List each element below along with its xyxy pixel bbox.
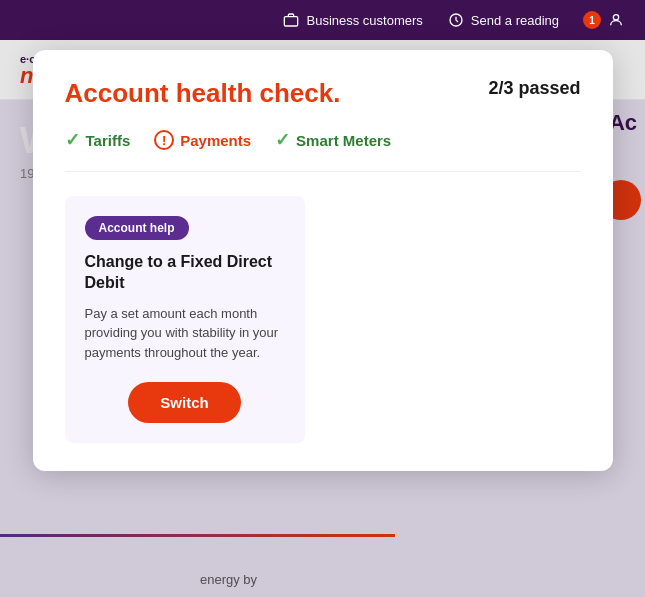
meter-icon [447,11,465,29]
check-payments: ! Payments [154,130,251,150]
check-pass-icon-smart-meters: ✓ [275,129,290,151]
top-bar: Business customers Send a reading 1 [0,0,645,40]
check-tariffs-label: Tariffs [86,132,131,149]
check-smart-meters-label: Smart Meters [296,132,391,149]
business-customers-label: Business customers [306,13,422,28]
card-title: Change to a Fixed Direct Debit [85,252,285,294]
profile-icon [607,11,625,29]
send-reading-link[interactable]: Send a reading [447,11,559,29]
modal-overlay: Account health check. 2/3 passed ✓ Tarif… [0,40,645,597]
business-customers-link[interactable]: Business customers [282,11,422,29]
modal-header: Account health check. 2/3 passed [65,78,581,109]
card-description: Pay a set amount each month providing yo… [85,304,285,363]
check-warn-icon-payments: ! [154,130,174,150]
check-payments-label: Payments [180,132,251,149]
svg-rect-0 [285,17,298,26]
notification-badge: 1 [583,11,601,29]
check-smart-meters: ✓ Smart Meters [275,129,391,151]
send-reading-label: Send a reading [471,13,559,28]
modal-checks: ✓ Tariffs ! Payments ✓ Smart Meters [65,129,581,172]
card-tag: Account help [85,216,189,240]
notification-link[interactable]: 1 [583,11,625,29]
modal-title: Account health check. [65,78,341,109]
svg-point-2 [613,15,618,20]
check-tariffs: ✓ Tariffs [65,129,131,151]
health-check-modal: Account health check. 2/3 passed ✓ Tarif… [33,50,613,471]
account-help-card: Account help Change to a Fixed Direct De… [65,196,305,443]
switch-button[interactable]: Switch [128,382,240,423]
modal-passed: 2/3 passed [488,78,580,99]
briefcase-icon [282,11,300,29]
check-pass-icon-tariffs: ✓ [65,129,80,151]
